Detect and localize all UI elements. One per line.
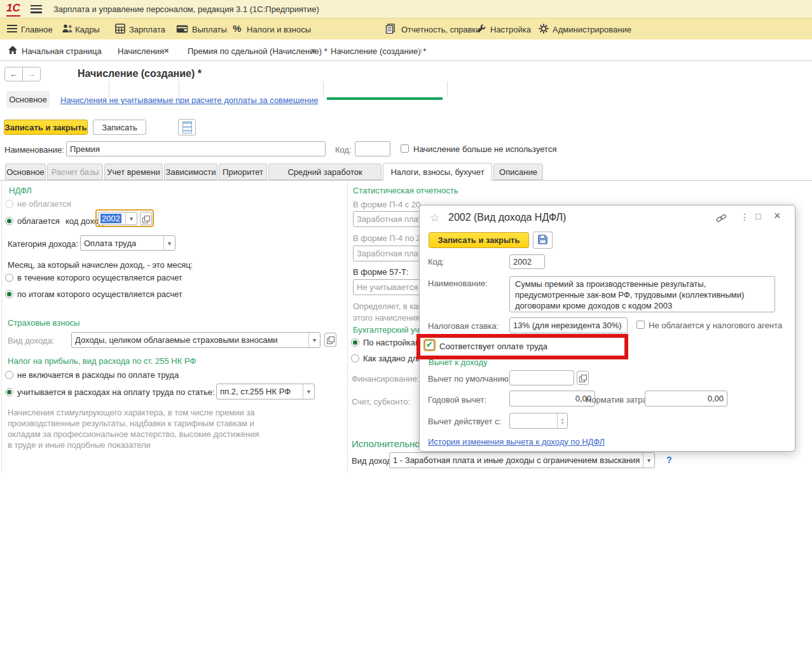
tab-accrual-new[interactable]: Начисление (создание) * — [331, 46, 426, 56]
deduction-from-input[interactable]: ▴▾ — [509, 413, 568, 429]
menu-item-payments[interactable]: Выплаты — [192, 25, 227, 34]
ftab-time[interactable]: Учет времени — [104, 163, 163, 180]
p4-from-value: Заработная плата — [357, 214, 427, 224]
tax-rate-value: 13% (для нерезидента 30%) — [513, 321, 622, 330]
more-actions-button[interactable] — [178, 119, 196, 135]
menu-item-salary[interactable]: Зарплата — [129, 25, 165, 34]
annual-deduction-input[interactable]: 0,00 — [509, 391, 595, 406]
insurance-income-label: Вид дохода: — [8, 336, 55, 345]
insurance-income-combo[interactable]: Доходы, целиком облагаемые страховыми вз… — [71, 332, 320, 348]
chevron-down-icon[interactable] — [303, 384, 314, 399]
agent-checkbox-label: Не облагается у налогового агента — [649, 321, 782, 330]
close-icon[interactable]: × — [418, 46, 423, 55]
save-button[interactable]: Записать — [93, 120, 146, 135]
ndfl-not-taxed-radio[interactable] — [5, 200, 13, 208]
favorite-star-icon[interactable]: ☆ — [430, 211, 439, 225]
ftab-label: Зависимости — [166, 167, 216, 177]
back-button[interactable]: ← — [4, 67, 23, 81]
menu-item-hr[interactable]: Кадры — [75, 25, 100, 34]
enforcement-income-combo[interactable]: 1 - Заработная плата и иные доходы с огр… — [389, 452, 655, 468]
not-used-label: Начисление больше не используется — [413, 144, 556, 154]
income-code-input[interactable]: 2002 — [98, 212, 137, 225]
p4-from-label: В форме П-4 с 20 — [353, 200, 420, 209]
tab-home[interactable]: Начальная страница — [22, 46, 102, 56]
main-menu-icon[interactable] — [31, 5, 42, 15]
ndfl-taxed-label: облагается — [17, 216, 60, 226]
floppy-icon — [537, 234, 548, 247]
related-info-link[interactable]: Начисления не учитываемые при расчете до… — [60, 95, 319, 105]
chevron-down-icon[interactable] — [163, 236, 175, 250]
chevron-down-icon[interactable] — [125, 212, 137, 225]
menu-item-reporting[interactable]: Отчетность, справки — [401, 25, 480, 34]
month-opt1-radio[interactable] — [5, 274, 13, 282]
profit-opt2-radio[interactable] — [5, 388, 13, 396]
accounting-opt2-radio[interactable] — [351, 354, 359, 363]
ftab-description[interactable]: Описание — [493, 163, 543, 180]
ndfl-taxed-radio[interactable] — [5, 217, 13, 225]
name-label: Наименование: — [4, 145, 64, 155]
get-link-icon[interactable] — [716, 213, 727, 225]
dialog-name-input[interactable]: Суммы премий за производственные результ… — [509, 276, 775, 312]
menu-item-settings[interactable]: Настройка — [490, 25, 531, 34]
menu-item-main[interactable]: Главное — [21, 25, 53, 34]
ftab-average[interactable]: Средний заработок — [268, 163, 382, 180]
not-used-checkbox[interactable] — [401, 144, 409, 153]
gear-icon — [539, 24, 549, 36]
matches-pay-checkbox[interactable] — [425, 340, 434, 350]
calculator-icon — [115, 24, 125, 36]
tab-piecework-bonus[interactable]: Премия по сдельной (Начисление) * — [188, 46, 327, 56]
chevron-down-icon[interactable] — [308, 333, 320, 347]
month-title: Месяц, за который начислен доход, - это … — [8, 260, 193, 270]
code-input[interactable] — [355, 141, 390, 156]
p4-to-value: Заработная плата — [357, 249, 427, 258]
accounting-opt2-label: Как задано для — [363, 354, 422, 363]
app-title: Зарплата и управление персоналом, редакц… — [53, 4, 319, 14]
ftab-priority[interactable]: Приоритет — [219, 163, 267, 180]
chevron-down-icon[interactable] — [643, 453, 654, 468]
stats-note: Определяет, в как этого начисления — [353, 301, 422, 324]
menu-item-taxes[interactable]: Налоги и взносы — [247, 25, 311, 34]
article-combo[interactable]: пп.2, ст.255 НК РФ — [216, 384, 315, 399]
nav-main-chip[interactable]: Основное — [6, 91, 50, 108]
default-deduction-label: Вычет по умолчанию: — [428, 374, 511, 384]
save-close-button[interactable]: Записать и закрыть — [4, 120, 88, 135]
dialog-save-button[interactable] — [533, 232, 553, 249]
ftab-dependencies[interactable]: Зависимости — [164, 163, 217, 180]
sections-icon — [7, 25, 17, 34]
ftab-calc-base[interactable]: Расчет базы — [47, 163, 103, 180]
ndfl-header: НДФЛ — [9, 186, 32, 195]
month-opt2-radio[interactable] — [5, 290, 13, 298]
income-code-pick-button[interactable] — [140, 212, 152, 225]
tab-accruals[interactable]: Начисления — [118, 46, 164, 56]
maximize-icon[interactable]: □ — [755, 211, 760, 221]
active-tab-underline — [327, 97, 443, 100]
column-separator — [347, 181, 348, 473]
deduction-history-link[interactable]: История изменения вычета к доходу по НДФ… — [428, 437, 605, 447]
dialog-code-input[interactable]: 2002 — [509, 254, 545, 269]
forward-button[interactable]: → — [22, 67, 41, 81]
category-combo[interactable]: Оплата труда — [80, 235, 175, 251]
close-icon[interactable]: × — [164, 46, 169, 55]
agent-checkbox[interactable] — [637, 321, 645, 329]
dialog-save-close-button[interactable]: Записать и закрыть — [429, 232, 529, 248]
name-input[interactable]: Премия — [66, 141, 326, 156]
cost-norm-input[interactable]: 0,00 — [645, 391, 727, 406]
default-deduction-input[interactable] — [509, 370, 574, 385]
insurance-income-value: Доходы, целиком облагаемые страховыми вз… — [75, 335, 278, 345]
accounting-opt1-radio[interactable] — [351, 338, 359, 347]
help-icon[interactable]: ? — [666, 455, 672, 465]
menu-item-administration[interactable]: Администрирование — [553, 25, 631, 34]
kebab-menu-icon[interactable]: ⋮ — [740, 212, 749, 222]
1c-logo: 1С — [6, 2, 20, 17]
close-icon[interactable]: × — [311, 46, 316, 55]
ftab-taxes[interactable]: Налоги, взносы, бухучет — [383, 163, 492, 181]
ftab-main[interactable]: Основное — [5, 163, 46, 180]
title-bar: 1С Зарплата и управление персоналом, ред… — [0, 0, 812, 18]
profit-opt1-radio[interactable] — [5, 371, 13, 379]
tax-rate-field[interactable]: 13% (для нерезидента 30%) — [509, 317, 628, 333]
default-deduction-pick-button[interactable] — [577, 371, 589, 385]
insurance-income-pick-button[interactable] — [324, 333, 336, 347]
month-opt2-label: по итогам которого осуществляется расчет — [17, 289, 182, 299]
close-icon[interactable]: × — [774, 209, 781, 223]
spinner-icon[interactable]: ▴▾ — [557, 413, 567, 428]
